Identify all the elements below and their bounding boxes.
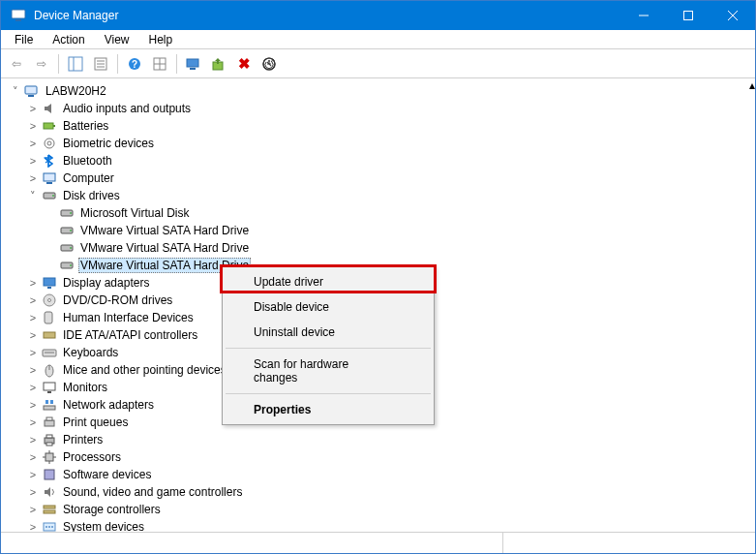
sound-icon: [42, 484, 57, 500]
svg-point-43: [48, 299, 51, 302]
expand-toggle[interactable]: >: [26, 450, 40, 464]
tree-node-label: Computer: [61, 171, 116, 185]
tree-node-label: Sound, video and game controllers: [61, 485, 244, 499]
ide-icon: [42, 327, 57, 343]
tree-category[interactable]: >Software devices: [7, 466, 749, 483]
tree-category[interactable]: >Audio inputs and outputs: [7, 100, 749, 117]
expand-toggle[interactable]: >: [26, 363, 40, 377]
context-menu-separator: [226, 348, 431, 349]
tree-node-label: Software devices: [61, 468, 153, 481]
tree-category[interactable]: >Biometric devices: [7, 135, 749, 152]
forward-button[interactable]: ⇨: [30, 52, 53, 76]
svg-rect-3: [684, 12, 693, 20]
svg-point-37: [70, 247, 72, 249]
close-button[interactable]: [711, 1, 755, 30]
expand-toggle[interactable]: >: [26, 485, 40, 499]
svg-point-69: [45, 526, 47, 528]
menu-file[interactable]: File: [5, 31, 43, 48]
menu-help[interactable]: Help: [139, 31, 183, 48]
expand-toggle[interactable]: >: [26, 276, 40, 290]
expand-toggle[interactable]: >: [26, 102, 40, 115]
uninstall-device-button[interactable]: ✖: [232, 52, 256, 76]
expand-toggle[interactable]: >: [26, 503, 40, 516]
expand-toggle[interactable]: >: [26, 346, 40, 359]
scroll-up-button[interactable]: ▴: [749, 78, 755, 92]
expand-toggle[interactable]: >: [26, 154, 40, 168]
disable-device-button[interactable]: [257, 52, 281, 76]
expand-toggle[interactable]: >: [26, 119, 40, 133]
keyboard-icon: [42, 345, 57, 360]
tree-node-label: Microsoft Virtual Disk: [78, 206, 191, 220]
action-properties-button[interactable]: [148, 52, 171, 76]
expand-toggle: [44, 241, 57, 255]
menu-view[interactable]: View: [95, 31, 139, 48]
tree-category[interactable]: >Bluetooth: [7, 152, 749, 169]
tree-node-label: Audio inputs and outputs: [61, 102, 193, 115]
expand-toggle[interactable]: >: [26, 416, 40, 429]
back-button[interactable]: ⇦: [5, 52, 28, 76]
svg-rect-45: [44, 332, 55, 338]
biometric-icon: [42, 136, 57, 151]
expand-toggle[interactable]: >: [26, 171, 40, 185]
expand-toggle[interactable]: >: [26, 311, 40, 324]
tree-category[interactable]: >Printers: [7, 431, 749, 448]
toolbar-separator: [176, 54, 177, 74]
hid-icon: [42, 310, 57, 325]
scan-hardware-button[interactable]: [182, 52, 205, 76]
svg-point-27: [47, 141, 51, 145]
expand-toggle[interactable]: >: [26, 520, 40, 532]
arrow-right-icon: ⇨: [37, 57, 46, 71]
vertical-scrollbar[interactable]: ▴: [749, 78, 755, 532]
x-red-icon: ✖: [238, 55, 251, 73]
context-menu-item[interactable]: Properties: [225, 397, 432, 422]
menu-action[interactable]: Action: [43, 31, 94, 48]
system-icon: [42, 519, 57, 532]
tree-node-label: Network adapters: [61, 398, 156, 412]
expand-toggle[interactable]: >: [26, 398, 40, 412]
expand-toggle[interactable]: >: [26, 328, 40, 342]
tree-device[interactable]: VMware Virtual SATA Hard Drive: [7, 222, 749, 239]
tree-category[interactable]: >System devices: [7, 518, 749, 532]
expand-toggle[interactable]: >: [26, 137, 40, 150]
expand-toggle[interactable]: >: [26, 293, 40, 307]
print-icon: [42, 415, 57, 430]
update-driver-icon: [211, 56, 227, 72]
expand-toggle[interactable]: >: [26, 468, 40, 481]
context-menu-item[interactable]: Scan for hardware changes: [225, 352, 432, 390]
update-driver-button[interactable]: [207, 52, 230, 76]
expand-toggle[interactable]: >: [26, 433, 40, 446]
collapse-toggle[interactable]: ˅: [9, 84, 22, 98]
tree-node-label: Biometric devices: [61, 137, 156, 150]
svg-text:?: ?: [132, 59, 137, 70]
tree-category[interactable]: >Sound, video and game controllers: [7, 483, 749, 501]
monitor-icon: [42, 380, 57, 395]
tree-device[interactable]: Microsoft Virtual Disk: [7, 204, 749, 222]
expand-toggle[interactable]: >: [26, 381, 40, 394]
tree-category[interactable]: ˅Disk drives: [7, 187, 749, 204]
minimize-button[interactable]: [621, 1, 666, 30]
properties-button[interactable]: [89, 52, 112, 76]
collapse-toggle[interactable]: ˅: [26, 189, 40, 202]
tree-root[interactable]: ˅LABW20H2: [7, 82, 749, 100]
context-menu-item[interactable]: Update driver: [225, 269, 432, 294]
maximize-button[interactable]: [666, 1, 711, 30]
tree-category[interactable]: >Computer: [7, 169, 749, 187]
display-icon: [42, 275, 57, 291]
tree-icon: [68, 56, 83, 72]
show-hide-tree-button[interactable]: [64, 52, 87, 76]
svg-rect-24: [44, 123, 53, 129]
software-icon: [42, 467, 57, 482]
tree-device[interactable]: VMware Virtual SATA Hard Drive: [7, 239, 749, 257]
tree-category[interactable]: >Storage controllers: [7, 501, 749, 518]
svg-rect-40: [44, 278, 55, 286]
svg-rect-50: [44, 383, 55, 390]
help-button[interactable]: ?: [123, 52, 146, 76]
properties-icon: [93, 56, 108, 72]
context-menu-item[interactable]: Disable device: [225, 294, 432, 320]
tree-node-label: Disk drives: [61, 189, 122, 202]
context-menu-item[interactable]: Uninstall device: [225, 320, 432, 345]
statusbar-cell: [503, 533, 755, 553]
tree-category[interactable]: >Processors: [7, 448, 749, 466]
tree-category[interactable]: >Batteries: [7, 117, 749, 135]
menubar: File Action View Help: [1, 30, 755, 49]
